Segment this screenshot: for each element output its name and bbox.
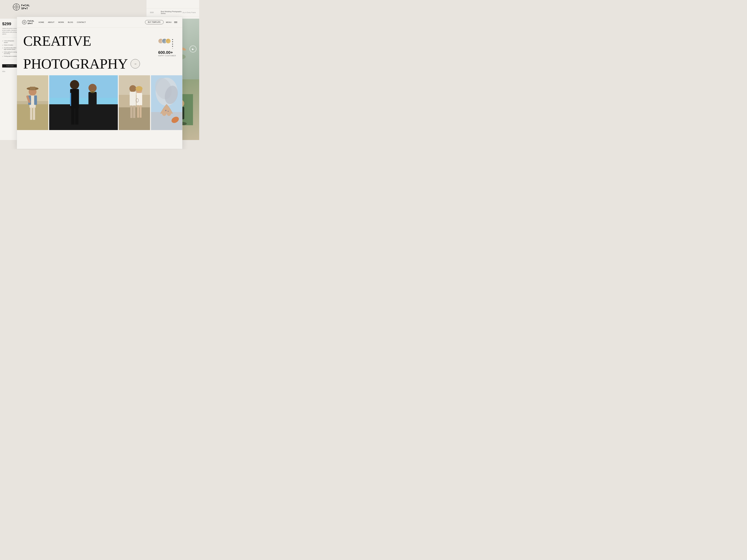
- hamburger-menu[interactable]: [174, 22, 177, 23]
- svg-point-39: [88, 84, 97, 92]
- arrow-button[interactable]: →: [131, 59, 140, 69]
- photo-art-1: [17, 75, 48, 130]
- svg-rect-48: [130, 92, 136, 106]
- svg-rect-24: [30, 87, 35, 90]
- avatar: [165, 38, 171, 44]
- nav-link-about[interactable]: ABOUT: [48, 21, 54, 23]
- list-item: ✓1-hour photography session: [2, 40, 18, 44]
- arrow-icon: →: [134, 62, 137, 65]
- hero-section: CREATIVE ★ ★ ★ ★ ★: [17, 28, 182, 71]
- svg-rect-53: [137, 93, 142, 105]
- star-rating: ★ ★ ★ ★ ★: [172, 38, 173, 50]
- photo-cell-1: [17, 75, 48, 130]
- star-4: ★: [172, 45, 173, 47]
- svg-point-47: [129, 85, 136, 92]
- list-item: ✓Printing options available: [2, 56, 18, 57]
- nav-right: BUY TEMPLATE MENU: [145, 20, 177, 24]
- avatar-group: [158, 38, 169, 44]
- photo-art-3: [119, 75, 150, 130]
- star-3: ★: [172, 43, 173, 45]
- photo-art-2: [49, 75, 118, 130]
- nav-links: HOME ABOUT WORK BLOG CONTACT: [38, 21, 145, 23]
- svg-rect-38: [75, 108, 78, 125]
- hero-customer-count: 600.00+: [158, 50, 173, 55]
- svg-point-2: [16, 6, 17, 7]
- photo-art-4: [151, 75, 182, 130]
- svg-rect-27: [34, 96, 37, 105]
- svg-rect-36: [70, 93, 71, 106]
- navigation: F●CAL SP●T HOME ABOUT WORK BLOG CONTACT …: [17, 17, 182, 28]
- star-2: ★: [172, 41, 173, 43]
- svg-rect-40: [88, 92, 97, 110]
- table-row: 2020 Best Wedding Photography Series Joy…: [147, 8, 199, 17]
- svg-rect-42: [89, 110, 92, 125]
- main-card: F●CAL SP●T HOME ABOUT WORK BLOG CONTACT …: [17, 17, 182, 149]
- hero-stats: ★ ★ ★ ★ ★ 600.00+ HAPPY CUSTOMER: [158, 38, 176, 57]
- star-1: ★: [172, 38, 173, 41]
- svg-rect-50: [133, 106, 135, 118]
- play-button[interactable]: ▶: [189, 46, 197, 52]
- hero-title-line1: CREATIVE: [23, 34, 91, 48]
- nav-logo-text: F●CAL SP●T: [28, 20, 34, 25]
- hero-title-line2: PHOTOGRAPHY: [23, 57, 128, 71]
- nav-link-work[interactable]: WORK: [58, 21, 64, 23]
- photo-cell-2: [49, 75, 118, 130]
- svg-point-18: [24, 22, 25, 23]
- nav-logo-icon: [22, 20, 27, 25]
- hero-title-row: CREATIVE ★ ★ ★ ★ ★: [23, 34, 176, 57]
- svg-rect-35: [70, 89, 79, 109]
- top-logo: F●CAL SP●T: [13, 3, 30, 10]
- hero-customer-label: HAPPY CUSTOMER: [158, 55, 176, 57]
- nav-link-home[interactable]: HOME: [38, 21, 44, 23]
- purchase-button[interactable]: PURCHASE: [2, 64, 18, 68]
- list-item: ✓15 professionally edited high-resolutio…: [2, 47, 18, 50]
- top-logo-icon: [13, 3, 20, 10]
- svg-rect-33: [49, 104, 118, 130]
- svg-point-34: [70, 80, 79, 89]
- photo-cell-3: [119, 75, 150, 130]
- buy-template-button[interactable]: BUY TEMPLATE: [145, 20, 163, 24]
- svg-point-65: [168, 111, 169, 112]
- svg-rect-55: [140, 105, 141, 118]
- list-item: ✓Online gallery for viewing and sharing: [2, 51, 18, 55]
- svg-rect-32: [49, 75, 118, 98]
- svg-rect-29: [33, 107, 35, 120]
- menu-label: MENU: [166, 21, 172, 23]
- svg-rect-43: [93, 110, 96, 125]
- nav-link-blog[interactable]: BLOG: [68, 21, 73, 23]
- hero-title-row2: PHOTOGRAPHY →: [23, 57, 176, 71]
- photo-cell-4: [151, 75, 182, 130]
- photo-grid: [17, 71, 182, 130]
- svg-point-64: [165, 110, 166, 111]
- svg-point-52: [136, 86, 143, 91]
- top-logo-text: F●CAL SP●T: [21, 4, 30, 10]
- list-item: ✓Choice of location: [2, 44, 18, 46]
- svg-point-63: [167, 110, 171, 116]
- star-5: ★: [172, 47, 173, 50]
- nav-logo: F●CAL SP●T: [22, 20, 34, 25]
- price-description: Capture the perfect session at your loca…: [2, 28, 18, 35]
- svg-rect-37: [71, 108, 75, 125]
- svg-rect-21: [17, 104, 48, 130]
- price-display: $299: [2, 22, 18, 26]
- svg-rect-54: [137, 105, 139, 118]
- nav-link-contact[interactable]: CONTACT: [77, 21, 86, 23]
- svg-rect-28: [30, 107, 32, 120]
- play-icon: ▶: [192, 48, 194, 51]
- svg-rect-49: [130, 106, 133, 118]
- alita-logo: Alita: [2, 71, 18, 72]
